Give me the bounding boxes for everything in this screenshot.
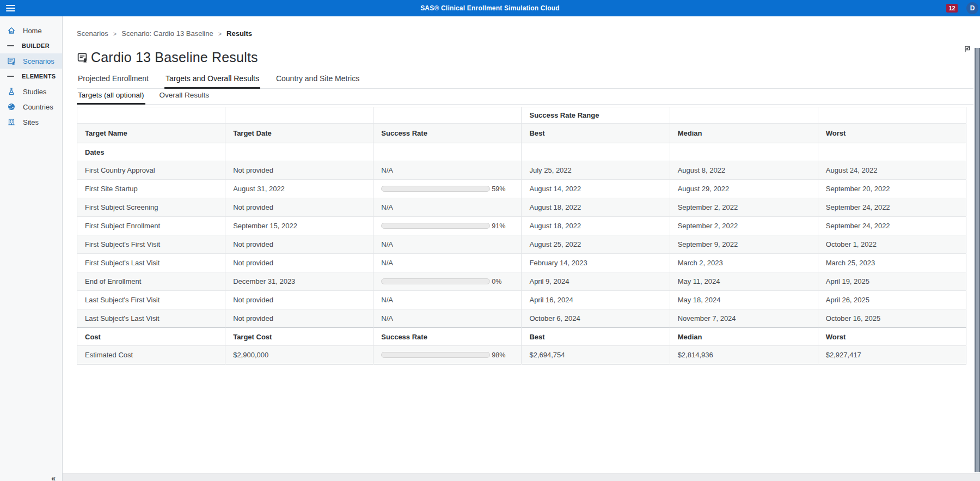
header-cell — [522, 143, 670, 161]
cell: First Site Startup — [77, 180, 225, 198]
main-panel: Scenarios>Scenario: Cardio 13 Baseline>R… — [63, 16, 980, 481]
tab-targets-and-overall-results[interactable]: Targets and Overall Results — [164, 72, 260, 89]
section-dash-icon — [7, 45, 14, 47]
header-cell: Best — [522, 124, 670, 143]
header-cell: Median — [670, 124, 818, 143]
sidebar-item-scenarios[interactable]: Scenarios — [0, 53, 62, 69]
cell: April 19, 2025 — [818, 272, 966, 291]
sidebar-collapse-button[interactable]: « — [51, 474, 56, 481]
header-cell — [225, 143, 373, 161]
group-row-dates: Dates — [77, 143, 966, 161]
breadcrumb-item-results: Results — [226, 29, 252, 38]
cell: September 20, 2022 — [818, 180, 966, 198]
header-cell: Success Rate Range — [522, 107, 670, 124]
header-cell: Target Cost — [225, 328, 373, 346]
cell: September 15, 2022 — [225, 217, 373, 235]
header-cell: Worst — [818, 328, 966, 346]
section-dash-icon — [7, 76, 14, 77]
cell: End of Enrollment — [77, 272, 225, 291]
sidebar-item-label: Scenarios — [23, 57, 54, 65]
sidebar-section-builder: BUILDER — [0, 38, 62, 53]
cell: August 8, 2022 — [670, 161, 818, 180]
open-panel-icon[interactable] — [963, 45, 971, 53]
sidebar: HomeBUILDER ScenariosELEMENTS Studies Co… — [0, 16, 63, 481]
header-cell: Target Date — [225, 124, 373, 143]
table-row-first-subject-s-first-visit: First Subject's First VisitNot providedN… — [77, 235, 966, 254]
cell: August 31, 2022 — [225, 180, 373, 198]
cell: First Subject's First Visit — [77, 235, 225, 254]
cell: N/A — [373, 254, 522, 272]
cell: First Subject Enrollment — [77, 217, 225, 235]
cell: 59% — [373, 180, 522, 198]
sidebar-item-label: Countries — [23, 103, 53, 111]
table-row-first-subject-screening: First Subject ScreeningNot providedN/AAu… — [77, 198, 966, 217]
table-row-first-subject-s-last-visit: First Subject's Last VisitNot providedN/… — [77, 254, 966, 272]
cell: N/A — [373, 235, 522, 254]
cell: Not provided — [225, 235, 373, 254]
header-cell — [818, 107, 966, 124]
cell: Not provided — [225, 161, 373, 180]
tab-country-and-site-metrics[interactable]: Country and Site Metrics — [275, 72, 360, 89]
cell: September 24, 2022 — [818, 217, 966, 235]
header-cell: Worst — [818, 124, 966, 143]
header-cell — [373, 107, 522, 124]
sidebar-item-studies[interactable]: Studies — [0, 84, 62, 99]
cell: April 9, 2024 — [522, 272, 670, 291]
cell: First Subject Screening — [77, 198, 225, 217]
header-cell: Cost — [77, 328, 225, 346]
cell: April 26, 2025 — [818, 291, 966, 309]
hamburger-menu-icon[interactable] — [6, 3, 15, 13]
sidebar-item-countries[interactable]: Countries — [0, 99, 62, 114]
scrollbar-thumb[interactable] — [975, 48, 980, 472]
table-row-last-subject-s-first-visit: Last Subject's First VisitNot providedN/… — [77, 291, 966, 309]
breadcrumb: Scenarios>Scenario: Cardio 13 Baseline>R… — [77, 29, 973, 38]
app-title: SAS® Clinical Enrollment Simulation Clou… — [420, 4, 560, 12]
cell: August 24, 2022 — [818, 161, 966, 180]
sidebar-item-sites[interactable]: Sites — [0, 114, 62, 130]
header-cell: Dates — [77, 143, 225, 161]
cell: Estimated Cost — [77, 346, 225, 364]
table-row-last-subject-s-last-visit: Last Subject's Last VisitNot providedN/A… — [77, 309, 966, 328]
table-row-first-subject-enrollment: First Subject EnrollmentSeptember 15, 20… — [77, 217, 966, 235]
page-title: Cardio 13 Baseline Results — [91, 50, 258, 65]
results-table: Success Rate RangeTarget NameTarget Date… — [77, 107, 966, 364]
bottom-strip — [63, 473, 980, 481]
cell: September 2, 2022 — [670, 217, 818, 235]
success-rate-track — [381, 186, 490, 192]
cell: Not provided — [225, 198, 373, 217]
user-avatar[interactable]: D — [966, 2, 978, 14]
cell: May 11, 2024 — [670, 272, 818, 291]
header-cell — [373, 143, 522, 161]
cell: Not provided — [225, 291, 373, 309]
header-cell: Success Rate — [373, 328, 522, 346]
sidebar-section-label: ELEMENTS — [22, 73, 56, 80]
cell: 91% — [373, 217, 522, 235]
cell: August 18, 2022 — [522, 217, 670, 235]
cell: September 2, 2022 — [670, 198, 818, 217]
cell: $2,900,000 — [225, 346, 373, 364]
cell: August 18, 2022 — [522, 198, 670, 217]
scenario-results-icon — [77, 52, 88, 63]
breadcrumb-item-scenario-cardio-13-baseline[interactable]: Scenario: Cardio 13 Baseline — [121, 29, 213, 38]
cell: 98% — [373, 346, 522, 364]
header-cell: Best — [522, 328, 670, 346]
breadcrumb-item-scenarios[interactable]: Scenarios — [77, 29, 108, 38]
cell: March 25, 2023 — [818, 254, 966, 272]
tab-projected-enrollment[interactable]: Projected Enrollment — [77, 72, 150, 89]
sidebar-item-home[interactable]: Home — [0, 23, 62, 38]
tab-bar: Projected EnrollmentTargets and Overall … — [77, 72, 973, 89]
subtab-overall-results[interactable]: Overall Results — [158, 90, 211, 105]
cell: 0% — [373, 272, 522, 291]
success-rate-bar: 59% — [381, 185, 513, 193]
notification-badge[interactable]: 12 — [946, 4, 958, 13]
breadcrumb-separator: > — [218, 31, 222, 37]
table-row-first-site-startup: First Site StartupAugust 31, 2022 59% Au… — [77, 180, 966, 198]
subtab-targets-all-optional[interactable]: Targets (all optional) — [77, 90, 145, 105]
cell: August 29, 2022 — [670, 180, 818, 198]
sidebar-nav: HomeBUILDER ScenariosELEMENTS Studies Co… — [0, 23, 62, 130]
sidebar-item-label: Studies — [23, 88, 46, 96]
header-cell: Target Name — [77, 124, 225, 143]
cell: Not provided — [225, 254, 373, 272]
header-cell — [670, 143, 818, 161]
cell: August 14, 2022 — [522, 180, 670, 198]
